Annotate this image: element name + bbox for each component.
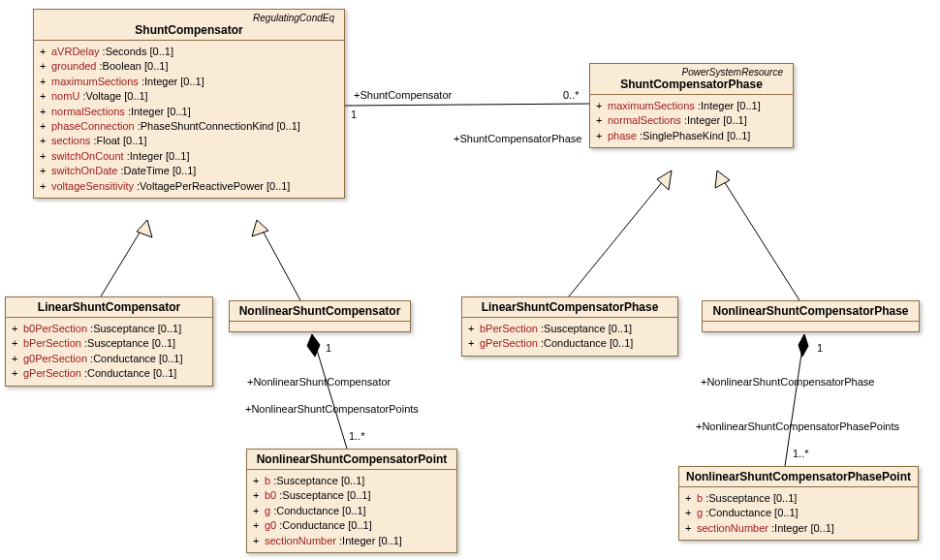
class-name: ShuntCompensatorPhase [596,78,787,91]
attribute-row: +phaseConnection :PhaseShuntConnectionKi… [40,119,338,134]
attribute-row: +g :Conductance [0..1] [685,506,912,520]
visibility-symbol: + [12,366,23,381]
visibility-symbol: + [253,534,265,548]
comp-nsc-nscpoint-diamond [307,334,320,357]
comp-role-nscp-points: +NonlinearShuntCompensatorPhasePoints [696,420,899,432]
class-name: ShuntCompensator [40,23,338,37]
attribute-row: +gPerSection :Conductance [0..1] [12,366,206,381]
class-nonlinear-shunt-compensator: NonlinearShuntCompensator [229,300,411,332]
class-header: PowerSystemResource ShuntCompensatorPhas… [590,64,793,95]
attribute-name: voltageSensitivity [51,180,134,192]
visibility-symbol: + [40,45,51,59]
class-body: +b0PerSection :Susceptance [0..1]+bPerSe… [6,318,212,386]
comp-role-nsc: +NonlinearShuntCompensator [247,376,391,388]
attribute-name: grounded [51,60,97,72]
attribute-name: sectionNumber [265,535,336,546]
class-name: NonlinearShuntCompensatorPoint [253,452,451,466]
attribute-row: +phase :SinglePhaseKind [0..1] [596,129,787,143]
comp-nscp-nscpp-line [785,334,804,466]
attribute-type: :Conductance [0..1] [538,337,633,349]
attribute-type: :Integer [0..1] [125,106,191,117]
class-nonlinear-shunt-compensator-point: NonlinearShuntCompensatorPoint +b :Susce… [246,449,457,553]
attribute-type: :Conductance [0..1] [276,519,371,531]
attribute-row: +b :Susceptance [0..1] [685,491,912,506]
attribute-name: bPerSection [23,337,81,349]
comp-mult-nsc-1: 1 [326,342,331,354]
attribute-name: bPerSection [480,323,538,334]
visibility-symbol: + [685,491,697,506]
attribute-row: +normalSections :Integer [0..1] [596,113,787,128]
attribute-type: :Integer [0..1] [336,535,402,546]
visibility-symbol: + [40,134,51,148]
visibility-symbol: + [468,336,480,351]
gen-nsc-sc-line [257,220,300,300]
comp-role-nsc-points: +NonlinearShuntCompensatorPoints [245,403,419,415]
attribute-name: sectionNumber [697,522,768,534]
attribute-name: normalSections [608,114,681,126]
attribute-name: g0PerSection [23,353,87,364]
attribute-row: +b :Susceptance [0..1] [253,474,451,488]
attribute-type: :Voltage [0..1] [79,90,147,102]
comp-mult-nscp-1: 1 [817,342,823,354]
attribute-type: :Conductance [0..1] [270,505,365,516]
attribute-name: maximumSections [51,76,139,87]
class-linear-shunt-compensator-phase: LinearShuntCompensatorPhase +bPerSection… [461,296,678,357]
visibility-symbol: + [253,474,265,488]
attribute-type: :Boolean [0..1] [97,60,169,72]
visibility-symbol: + [253,518,265,533]
attribute-type: :Integer [0..1] [139,76,204,87]
visibility-symbol: + [596,129,608,143]
class-name: NonlinearShuntCompensatorPhasePoint [685,470,912,483]
assoc-mult-scp: 0..* [563,89,580,101]
attribute-row: +aVRDelay :Seconds [0..1] [40,45,338,59]
gen-lsc-sc-arrow [137,220,152,237]
class-shunt-compensator: RegulatingCondEq ShuntCompensator +aVRDe… [33,9,345,199]
attribute-name: b0 [265,489,276,501]
class-shunt-compensator-phase: PowerSystemResource ShuntCompensatorPhas… [589,63,794,148]
visibility-symbol: + [468,322,480,336]
class-name: LinearShuntCompensatorPhase [468,300,672,314]
class-name: NonlinearShuntCompensator [235,304,404,318]
visibility-symbol: + [40,105,51,119]
assoc-role-sc: +ShuntCompensator [354,89,452,101]
attribute-row: +nomU :Voltage [0..1] [40,89,338,104]
class-header: NonlinearShuntCompensatorPhasePoint [679,467,918,487]
attribute-row: +g :Conductance [0..1] [253,504,451,518]
class-nonlinear-shunt-compensator-phase-point: NonlinearShuntCompensatorPhasePoint +b :… [678,466,919,541]
gen-nsc-sc-arrow [252,220,268,236]
gen-lscp-scp-arrow [657,171,672,190]
class-header: LinearShuntCompensator [6,297,212,318]
attribute-type: :Susceptance [0..1] [270,475,364,486]
attribute-type: :Susceptance [0..1] [87,323,181,334]
attribute-row: +grounded :Boolean [0..1] [40,59,338,74]
attribute-name: gPerSection [480,337,538,349]
attribute-row: +normalSections :Integer [0..1] [40,105,338,119]
comp-mult-nsc-points: 1..* [349,430,365,442]
class-body: +aVRDelay :Seconds [0..1]+grounded :Bool… [34,41,344,198]
class-body: +bPerSection :Susceptance [0..1]+gPerSec… [462,318,677,356]
class-header: NonlinearShuntCompensatorPhase [703,301,919,322]
attribute-row: +maximumSections :Integer [0..1] [596,99,787,113]
gen-nscp-scp-line [717,171,799,300]
class-body: +maximumSections :Integer [0..1]+normalS… [590,95,793,147]
attribute-row: +maximumSections :Integer [0..1] [40,75,338,89]
attribute-type: :Integer [0..1] [124,150,190,162]
assoc-sc-scp [345,104,589,106]
attribute-row: +g0 :Conductance [0..1] [253,518,451,533]
assoc-mult-sc: 1 [351,109,357,120]
attribute-row: +switchOnDate :DateTime [0..1] [40,164,338,178]
visibility-symbol: + [40,179,51,194]
class-body [703,322,919,331]
attribute-name: gPerSection [23,367,81,379]
attribute-type: :Conductance [0..1] [81,367,176,379]
class-header: NonlinearShuntCompensator [230,301,410,322]
visibility-symbol: + [253,504,265,518]
stereotype-label: RegulatingCondEq [40,13,338,23]
attribute-name: maximumSections [608,100,695,111]
class-header: LinearShuntCompensatorPhase [462,297,677,318]
attribute-row: +sectionNumber :Integer [0..1] [685,521,912,536]
attribute-type: :Susceptance [0..1] [538,323,632,334]
attribute-type: :Conductance [0..1] [703,507,798,518]
gen-lscp-scp-line [569,171,672,296]
attribute-row: +gPerSection :Conductance [0..1] [468,336,672,351]
